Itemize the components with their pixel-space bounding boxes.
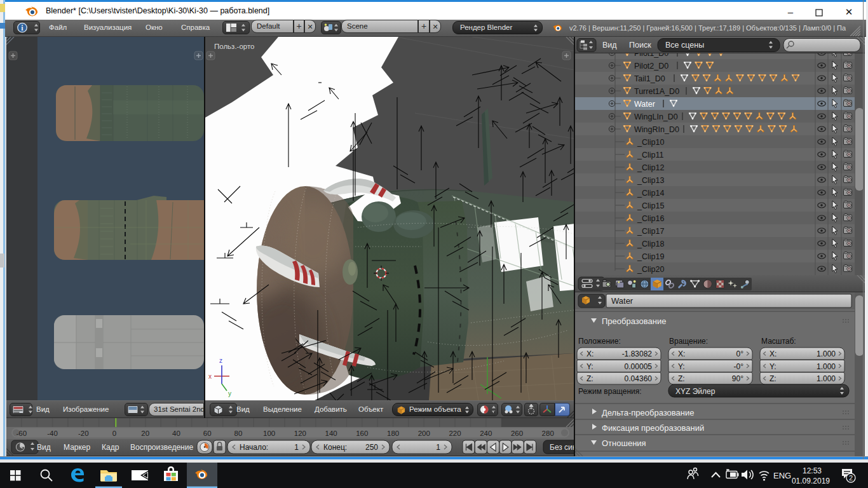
svg-text:240: 240 [480,430,492,437]
svg-text:2: 2 [849,474,853,482]
svg-text:X:: X: [678,349,685,358]
svg-text:X:: X: [770,349,776,358]
svg-text:WingRIn_D0: WingRIn_D0 [634,125,679,134]
svg-text:X:: X: [587,349,593,358]
svg-text:0: 0 [112,430,116,437]
svg-text:80: 80 [234,430,243,437]
svg-text:1: 1 [294,443,299,452]
svg-text:20: 20 [141,430,149,437]
svg-text:120: 120 [294,430,306,437]
svg-text:Маркер: Маркер [64,443,91,452]
svg-text:Фиксация преобразований: Фиксация преобразований [602,423,704,433]
svg-text:Начало:: Начало: [240,443,268,452]
svg-text:Отношения: Отношения [602,438,646,448]
svg-text:XYZ Эйлер: XYZ Эйлер [675,387,715,396]
svg-text:_Clip19: _Clip19 [637,252,664,261]
svg-text:280: 280 [542,430,554,437]
svg-text:_Clip20: _Clip20 [637,265,664,274]
svg-text:_Clip12: _Clip12 [637,163,664,172]
svg-text:40: 40 [172,430,180,437]
svg-text:Tail1_D0: Tail1_D0 [634,74,665,83]
svg-text:Воспроизведение: Воспроизведение [130,443,193,452]
svg-text:Вид: Вид [602,41,617,50]
svg-text:Y:: Y: [770,362,776,371]
svg-text:Кадр: Кадр [102,443,119,452]
svg-text:Поиск: Поиск [629,41,651,50]
svg-text:_Clip13: _Clip13 [637,176,664,185]
svg-text:-60: -60 [16,430,27,437]
svg-text:-40: -40 [47,430,58,437]
svg-text:-1.83082: -1.83082 [622,349,653,358]
svg-text:WingLIn_D0: WingLIn_D0 [634,112,678,121]
svg-text:x: x [208,373,212,380]
svg-text:90°: 90° [732,374,743,383]
svg-text:_Clip14: _Clip14 [637,189,664,198]
svg-text:12:53: 12:53 [803,466,822,475]
svg-text:1.000: 1.000 [817,362,836,371]
svg-text:_Clip18: _Clip18 [637,240,664,248]
svg-text:100: 100 [263,430,275,437]
svg-text:Water: Water [634,100,655,109]
svg-text:_Clip15: _Clip15 [637,201,664,210]
svg-text:_Clip17: _Clip17 [637,227,664,236]
svg-text:Дельта-преобразование: Дельта-преобразование [602,408,695,417]
svg-text:Польз.-орто: Польз.-орто [214,43,254,50]
svg-text:Turret1A_D0: Turret1A_D0 [634,87,679,96]
svg-text:Вид: Вид [37,443,51,452]
svg-text:Water: Water [611,296,634,306]
svg-text:Конец:: Конец: [323,443,347,452]
svg-text:_Clip11: _Clip11 [637,151,664,159]
svg-text:Преобразование: Преобразование [602,316,667,326]
svg-text:-0°: -0° [734,362,744,371]
svg-text:Без син: Без син [550,443,574,452]
svg-text:ENG: ENG [773,471,791,480]
svg-text:60: 60 [203,430,212,437]
svg-text:0.00005: 0.00005 [625,362,653,371]
svg-text:-20: -20 [78,430,89,437]
svg-text:160: 160 [356,430,368,437]
svg-text:0°: 0° [736,349,744,358]
svg-text:Y:: Y: [587,362,593,371]
svg-text:220: 220 [449,430,461,437]
svg-text:Положение:: Положение: [578,337,621,346]
svg-text:Z:: Z: [770,374,776,383]
svg-text:Вращение:: Вращение: [669,337,708,346]
svg-text:1.000: 1.000 [817,349,836,358]
svg-text:260: 260 [511,430,523,437]
svg-text:z: z [219,357,222,364]
svg-text:Z:: Z: [678,374,685,383]
svg-text:_Clip10: _Clip10 [637,138,664,147]
svg-text:Масштаб:: Масштаб: [761,337,796,346]
svg-text:250: 250 [365,443,378,452]
svg-text:1.000: 1.000 [817,374,836,383]
svg-text:y: y [228,390,231,397]
svg-text:_Clip16: _Clip16 [637,214,664,223]
svg-text:140: 140 [325,430,337,437]
svg-text:Режим вращения:: Режим вращения: [578,387,642,396]
svg-text:Z:: Z: [587,374,593,383]
svg-text:Все сцены: Все сцены [665,41,704,50]
svg-text:0.04360: 0.04360 [625,374,653,383]
svg-text:180: 180 [387,430,399,437]
svg-text:Y:: Y: [678,362,685,371]
svg-text:Pilot2_D0: Pilot2_D0 [634,62,668,71]
svg-text:1: 1 [436,443,440,452]
svg-text:01.09.2019: 01.09.2019 [792,477,830,485]
svg-text:200: 200 [418,430,430,437]
